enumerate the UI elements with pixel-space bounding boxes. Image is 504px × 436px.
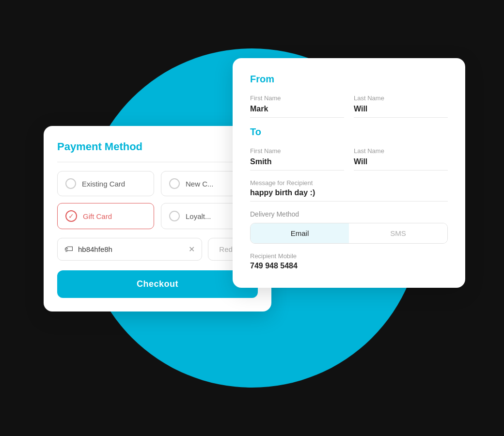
gift-code-value: hb84hfe8h	[78, 245, 184, 253]
tag-icon: 🏷	[64, 244, 73, 254]
payment-options-grid: Existing Card New C... ✓ Gift Card Loyal…	[57, 171, 258, 229]
scene: Payment Method Existing Card New C... ✓ …	[34, 19, 470, 417]
delivery-sms-option[interactable]: SMS	[349, 223, 447, 243]
from-first-name-field: First Name Mark	[250, 94, 344, 118]
from-first-name-value: Mark	[250, 105, 344, 118]
loyalty-radio	[169, 211, 180, 221]
checkout-button[interactable]: Checkout	[57, 270, 258, 298]
from-first-name-label: First Name	[250, 94, 344, 102]
to-last-name-field: Last Name Will	[354, 147, 448, 171]
to-section: To First Name Smith Last Name Will Messa…	[250, 126, 448, 270]
gift-card-option[interactable]: ✓ Gift Card	[57, 203, 154, 229]
existing-card-label: Existing Card	[82, 180, 125, 188]
to-last-name-label: Last Name	[354, 147, 448, 155]
from-name-row: First Name Mark Last Name Will	[250, 94, 448, 118]
message-value: happy birth day :)	[250, 188, 448, 202]
gift-card-label: Gift Card	[83, 212, 112, 220]
to-first-name-label: First Name	[250, 147, 344, 155]
from-last-name-field: Last Name Will	[354, 94, 448, 118]
delivery-method-label: Delivery Method	[250, 210, 448, 218]
from-section-title: From	[250, 74, 448, 85]
to-first-name-value: Smith	[250, 157, 344, 171]
delivery-toggle: Email SMS	[250, 223, 448, 244]
recipient-mobile-label: Recipient Mobile	[250, 252, 448, 260]
new-card-label: New C...	[186, 180, 214, 188]
gift-code-input-container[interactable]: 🏷 hb84hfe8h ✕	[57, 238, 202, 261]
payment-method-title: Payment Method	[57, 140, 258, 153]
gift-card-checkmark: ✓	[65, 210, 77, 222]
delivery-email-option[interactable]: Email	[251, 223, 349, 243]
from-last-name-label: Last Name	[354, 94, 448, 102]
delivery-email-label: Email	[291, 229, 309, 237]
from-last-name-value: Will	[354, 105, 448, 118]
recipient-mobile-value: 749 948 5484	[250, 262, 448, 270]
to-name-row: First Name Smith Last Name Will	[250, 147, 448, 171]
new-card-radio	[169, 178, 180, 189]
to-section-title: To	[250, 126, 448, 138]
divider	[57, 162, 258, 162]
delivery-sms-label: SMS	[390, 229, 406, 237]
to-first-name-field: First Name Smith	[250, 147, 344, 171]
existing-card-radio	[65, 178, 76, 189]
message-label: Message for Recipient	[250, 179, 448, 187]
clear-gift-code-icon[interactable]: ✕	[189, 245, 195, 254]
loyalty-label: Loyalt...	[186, 212, 211, 220]
gift-card-form: From First Name Mark Last Name Will To F…	[233, 58, 465, 288]
gift-code-row: 🏷 hb84hfe8h ✕ Redeem	[57, 238, 258, 261]
existing-card-option[interactable]: Existing Card	[57, 171, 154, 196]
to-last-name-value: Will	[354, 157, 448, 171]
